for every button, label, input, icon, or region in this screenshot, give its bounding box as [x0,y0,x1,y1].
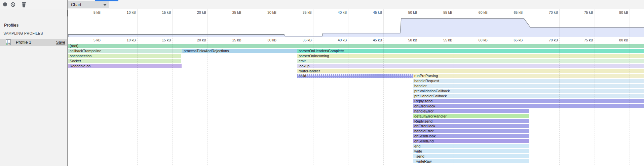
chart-view-select[interactable]: Chart [68,1,109,8]
flame-bar[interactable]: handleRequest [413,79,644,83]
overview-area-chart[interactable] [68,9,644,37]
flame-gridline [243,37,243,166]
flame-ruler-label: 50 kB [408,38,419,42]
record-icon[interactable] [3,2,7,8]
flame-ruler-label: 60 kB [479,38,489,42]
flame-bar[interactable]: onErrorHook [413,104,644,108]
flame-gridline [313,37,313,166]
flame-bar[interactable]: handler [413,84,644,88]
flame-bar[interactable]: onSendHook [413,134,529,138]
toolbar: Chart [0,0,644,9]
flame-gridline [630,37,630,166]
trash-icon[interactable] [22,2,26,9]
flame-ruler-label: 15 kB [162,38,172,42]
flame-gridline [102,37,102,166]
flame-bar[interactable]: parserOnHeadersComplete [297,49,644,53]
save-link[interactable]: Save [56,40,65,45]
overview-pane[interactable]: 5 kB10 kB15 kB20 kB25 kB30 kB35 kB40 kB4… [68,9,644,37]
chevron-down-icon [103,4,107,6]
flame-gridline [137,37,138,166]
flame-chart: 5 kB10 kB15 kB20 kB25 kB30 kB35 kB40 kB4… [68,37,644,166]
flame-bar[interactable]: defaultErrorHandler [413,114,529,118]
flame-bar[interactable]: parserOnIncoming [297,54,644,58]
flame-bar[interactable]: write_ [413,149,529,153]
flame-bar[interactable]: lookup [297,64,644,68]
flame-bar[interactable]: preHandlerCallback [413,94,644,98]
flame-ruler-label: 40 kB [338,38,348,42]
toolbar-separator [19,2,19,7]
flame-bar[interactable]: _writeRaw [413,159,529,163]
flame-gridline [172,37,173,166]
flame-bar[interactable]: child [297,74,413,78]
flame-bar[interactable]: Readable.on [68,64,182,68]
flame-gridline [454,37,454,166]
flame-ruler-label: 75 kB [584,38,595,42]
flame-ruler-label: 65 kB [514,38,524,42]
flame-gridline [419,37,419,166]
overview-selection-grip[interactable] [67,10,68,16]
sidebar: Profiles SAMPLING PROFILES % Profile 1 S… [0,9,67,166]
flame-bar[interactable]: Socket [68,59,181,63]
flame-bar[interactable]: Reply.send [413,119,529,123]
flame-gridline [383,37,384,166]
flame-ruler-label: 70 kB [549,38,559,42]
panel-divider[interactable] [67,0,68,166]
flame-gridline [595,37,595,166]
flame-bar[interactable]: routeHandler [297,69,644,73]
flame-bar[interactable]: emit [297,59,644,63]
flame-bar[interactable]: (root) [68,44,644,48]
flame-bar[interactable]: _send [413,154,529,158]
flame-ruler-label: 35 kB [303,38,313,42]
chart-view-select-value: Chart [68,2,81,7]
flame-bar[interactable]: preValidationCallback [413,89,644,93]
flame-bar[interactable]: processTicksAndRejections [182,49,297,53]
flame-bar[interactable]: handleError [413,109,529,113]
flame-bar[interactable]: end [413,144,529,148]
flame-ruler-label: 25 kB [232,38,243,42]
flame-bar[interactable]: onSendEnd [413,139,529,143]
flame-ruler-label: 80 kB [619,38,630,42]
flame-ruler-label: 30 kB [267,38,278,42]
sampling-profiles-heading: SAMPLING PROFILES [3,31,43,35]
tab-indicator [95,0,118,1]
flame-gridline [559,37,560,166]
flame-bar[interactable]: handleError [413,129,529,133]
flame-gridline [489,37,489,166]
flame-gridline [207,37,208,166]
sidebar-item-profile-1[interactable]: % Profile 1 Save [0,39,67,46]
profile-name: Profile 1 [16,40,31,45]
flame-gridline [278,37,278,166]
flame-gridline [348,37,348,166]
flame-bar[interactable]: callbackTrampoline [68,49,182,53]
svg-text:%: % [8,42,10,45]
flame-ruler-label: 20 kB [197,38,207,42]
block-clear-icon[interactable] [10,2,15,8]
flame-bar[interactable]: onconnection [68,54,181,58]
flame-ruler-label: 55 kB [443,38,454,42]
profile-document-icon: % [6,39,11,46]
flame-ruler-label: 5 kB [93,38,102,42]
flame-bar[interactable]: onErrorHook [413,124,529,128]
flame-ruler-label: 10 kB [127,38,137,42]
flame-bar[interactable]: runPreParsing [413,74,644,78]
flame-ruler-label: 45 kB [373,38,383,42]
flame-gridline [524,37,524,166]
sidebar-title: Profiles [4,23,18,28]
flame-bar[interactable]: Reply.send [413,99,644,103]
